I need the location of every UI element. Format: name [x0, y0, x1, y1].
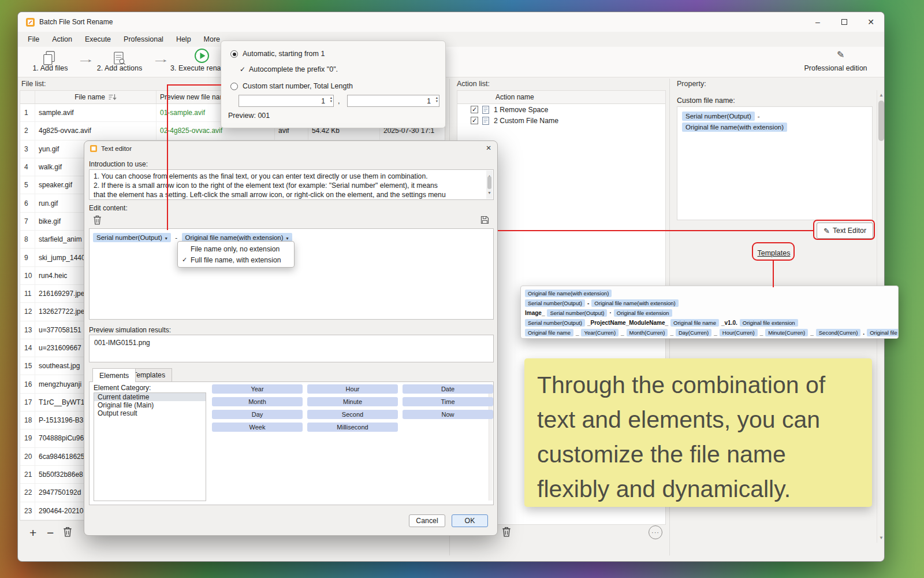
menu-item[interactable]: File [21, 35, 46, 43]
element-button[interactable]: Time [403, 397, 493, 406]
row-number: 5 [20, 176, 35, 194]
total-length-input[interactable]: 1 ▴▾ [347, 95, 439, 107]
template-segment: Original file name [525, 329, 573, 336]
element-button[interactable]: Date [403, 384, 493, 394]
template-segment: _ [621, 329, 624, 336]
more-options-button[interactable]: ··· [649, 525, 662, 539]
row-number: 12 [20, 303, 35, 320]
category-item[interactable]: Original file (Main) [94, 401, 206, 409]
menu-item[interactable]: Professional [117, 35, 170, 43]
template-row[interactable]: Serial number(Output)-Original file name… [525, 298, 894, 308]
prefix-check-icon[interactable]: ✓ [240, 65, 245, 73]
scroll-up-icon[interactable]: ▲ [877, 92, 885, 98]
template-segment: Second(Curren) [816, 329, 861, 336]
maximize-button[interactable] [831, 12, 858, 32]
file-list-label: File list: [21, 80, 46, 88]
close-button[interactable]: ✕ [858, 12, 884, 32]
row-number: 23 [20, 502, 35, 520]
template-segment: _ [810, 329, 814, 336]
spin-down-icon[interactable]: ▾ [436, 99, 438, 103]
serial-number-chip[interactable]: Serial number(Output) [682, 112, 755, 121]
row-number: 20 [20, 448, 35, 465]
scroll-down-icon[interactable]: ▼ [486, 188, 493, 198]
minimize-button[interactable]: – [804, 12, 831, 32]
element-button[interactable]: Week [212, 423, 303, 432]
tab-elements[interactable]: Elements [92, 368, 136, 382]
template-row[interactable]: Original file name(with extension) [525, 288, 894, 298]
add-file-button[interactable]: + [29, 527, 36, 539]
step-add-files[interactable]: 1. Add files [24, 64, 77, 72]
menu-item-with-extension[interactable]: ✓ Full file name, with extension [178, 254, 294, 265]
ok-button[interactable]: OK [452, 514, 488, 527]
intro-text-box[interactable]: 1. You can choose from elements as the f… [89, 169, 494, 200]
menu-item[interactable]: Action [46, 35, 79, 43]
title-bar: Batch File Sort Rename [18, 12, 884, 32]
window-controls: – ✕ [804, 12, 884, 32]
row-number: 10 [20, 267, 35, 284]
check-icon: ✓ [472, 106, 477, 113]
category-item[interactable]: Output result [94, 409, 206, 417]
template-segment: - [587, 300, 589, 306]
sort-icon[interactable] [109, 94, 117, 101]
start-number-input[interactable]: 1 ▴▾ [239, 95, 334, 107]
chevron-down-icon[interactable]: ▾ [165, 236, 167, 241]
input-separator: , [338, 97, 340, 105]
action-name: 1 Remove Space [494, 106, 548, 114]
row-number: 13 [20, 321, 35, 339]
template-segment: Minute(Curren) [765, 329, 808, 336]
element-button[interactable]: Minute [307, 397, 398, 406]
template-row[interactable]: Image_Serial number(Output)·Original fil… [525, 308, 894, 318]
app-icon [26, 18, 35, 27]
element-button[interactable]: Hour [307, 384, 398, 394]
element-button[interactable]: Millisecond [307, 423, 398, 432]
action-row[interactable]: ✓ 1 Remove Space [457, 104, 665, 115]
preview-results-label: Preview simulation results: [89, 326, 171, 334]
menu-item[interactable]: Execute [79, 35, 117, 43]
serial-number-settings-popup: Automatic, starting from 1 ✓ Autocomplet… [221, 40, 446, 128]
row-number: 15 [20, 357, 35, 375]
spin-down-icon[interactable]: ▾ [330, 99, 332, 103]
remove-file-button[interactable]: − [47, 527, 54, 539]
intro-scrollbar[interactable]: ▲ ▼ [486, 171, 493, 199]
template-row[interactable]: Original file name_Year(Curren)_Month(Cu… [525, 328, 894, 338]
element-category-list[interactable]: Current datetimeOriginal file (Main)Outp… [94, 392, 206, 501]
note-line: flexibly and dynamically. [537, 472, 872, 506]
element-button[interactable]: Day [212, 410, 303, 419]
category-item[interactable]: Current datetime [94, 393, 206, 401]
element-button[interactable]: Year [212, 384, 303, 394]
step-add-actions[interactable]: 2. Add actions [93, 64, 146, 72]
text-editor-button[interactable]: ✎ Text Editor [817, 223, 873, 239]
dialog-close-icon[interactable]: ✕ [486, 144, 491, 152]
template-segment: · [609, 310, 611, 316]
custom-start-radio[interactable] [230, 83, 238, 90]
action-row[interactable]: ✓ 2 Custom File Name [457, 115, 665, 126]
chevron-down-icon[interactable]: ▾ [286, 236, 289, 241]
delete-action-trash-icon[interactable] [502, 527, 511, 539]
row-number: 17 [20, 394, 35, 411]
column-file-name[interactable]: File name [35, 91, 157, 103]
menu-item-no-extension[interactable]: File name only, no extension [178, 243, 294, 254]
element-button[interactable]: Now [403, 410, 493, 419]
save-icon[interactable] [480, 216, 489, 227]
custom-file-name-box[interactable]: Serial number(Output) - Original file na… [677, 106, 873, 220]
menu-item[interactable]: Help [170, 35, 198, 43]
action-checkbox[interactable]: ✓ [471, 117, 478, 124]
scrollbar-thumb[interactable] [878, 101, 884, 141]
serial-number-chip[interactable]: Serial number(Output)▾ [93, 233, 171, 242]
element-button[interactable]: Month [212, 397, 303, 406]
scroll-down-icon[interactable]: ▼ [877, 535, 885, 540]
templates-button[interactable]: Templates [755, 246, 792, 260]
auto-start-radio[interactable] [230, 50, 238, 58]
template-segment: _ [760, 329, 763, 336]
delete-element-trash-icon[interactable] [93, 215, 102, 227]
action-list-header[interactable]: Action name [457, 91, 665, 104]
element-button[interactable]: Second [307, 410, 398, 419]
original-file-name-chip[interactable]: Original file name(with extension) [682, 123, 787, 132]
execute-rename-icon[interactable] [194, 48, 210, 64]
clear-files-trash-icon[interactable] [63, 527, 72, 539]
action-checkbox[interactable]: ✓ [471, 106, 478, 113]
template-row[interactable]: Serial number(Output)_ProjectName_Module… [525, 318, 894, 328]
scrollbar-thumb[interactable] [487, 176, 491, 189]
dialog-title-bar: Text editor ✕ [84, 141, 497, 156]
cancel-button[interactable]: Cancel [409, 514, 445, 527]
